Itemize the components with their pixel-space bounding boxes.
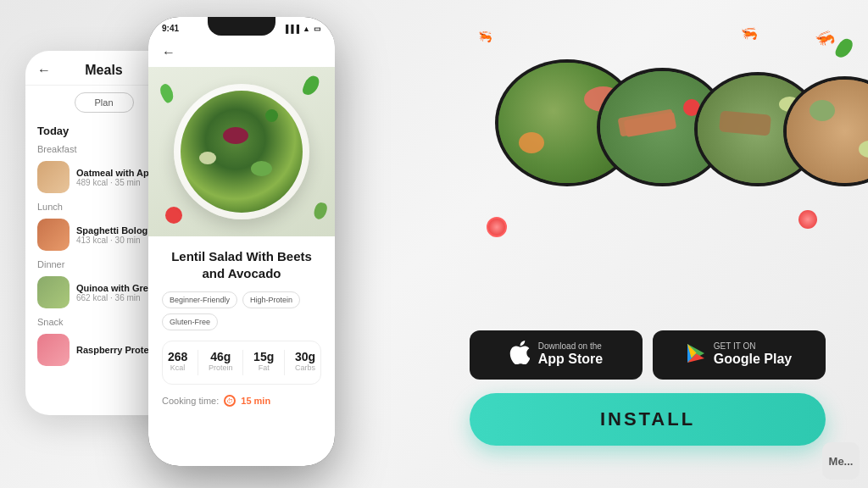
tomato-decoration [487,217,507,237]
cooking-time-value: 15 min [241,396,270,406]
front-phone: 9:41 ▐▐▐ ▲ ▭ ← [148,17,335,466]
app-store-button[interactable]: Download on the App Store [470,330,643,380]
signal-icon: ▐▐▐ [283,25,299,33]
status-time: 9:41 [162,24,179,33]
nutrition-row: 268 Kcal 46g Protein 15g Fat 30g Carbs [162,341,321,385]
battery-icon: ▭ [314,25,321,33]
play-icon [687,343,705,367]
avocado-element [251,161,272,176]
tags-row: Beginner-Friendly High-Protein Gluten-Fr… [162,291,321,330]
floating-tomato [165,207,182,224]
phone-content: ← Lentil Salad With Beets and Avocado Be… [148,36,335,466]
meal-thumbnail [37,219,70,251]
google-play-text: GET IT ON Google Play [714,342,792,367]
tag-beginner: Beginner-Friendly [162,291,237,308]
floating-leaf [313,202,329,221]
back-phone-title: Meals [85,63,122,78]
shrimp-icon: 🦐 [813,27,837,51]
floating-leaf [301,74,320,97]
google-play-button[interactable]: GET IT ON Google Play [653,330,826,380]
back-arrow-icon: ← [37,63,51,78]
leaf-decoration [834,36,855,61]
nutrition-divider [198,350,198,375]
tomato-decoration [798,210,817,229]
recipe-title: Lentil Salad With Beets and Avocado [162,248,321,281]
app-store-sub: Download on the [538,342,603,351]
app-store-text: Download on the App Store [538,342,603,367]
nutrition-kcal: 268 Kcal [168,350,187,375]
tag-protein: High-Protein [242,291,300,308]
install-label: INSTALL [600,408,695,430]
wifi-icon: ▲ [303,25,310,33]
plates-area: 🦐 🦐 🦐 [461,25,868,280]
nutrition-protein: 46g Protein [209,350,233,375]
cooking-time: Cooking time: ⏱ 15 min [162,395,321,407]
front-phone-header: ← [148,36,335,67]
cooking-time-label: Cooking time: [162,396,219,406]
floating-leaf [157,82,176,104]
beet-element [223,127,248,144]
recipe-card: Lentil Salad With Beets and Avocado Begi… [148,236,335,419]
nutrition-fat: 15g Fat [253,350,274,375]
food-image-area [148,67,335,236]
shrimp-icon: 🦐 [477,29,494,45]
nutrition-carbs: 30g Carbs [295,350,315,375]
meal-thumbnail [37,334,70,366]
plan-button[interactable]: Plan [75,92,134,113]
store-buttons: Download on the App Store GET IT ON Goog… [470,330,826,380]
salad-bowl [174,84,309,219]
google-play-main: Google Play [714,351,792,367]
nutrition-divider [242,350,243,375]
phone-notch [208,17,275,36]
cta-area: Download on the App Store GET IT ON Goog… [470,330,826,446]
plate-4 [783,76,868,186]
shrimp-icon: 🦐 [741,25,758,42]
front-back-arrow-icon[interactable]: ← [162,45,175,60]
status-icons: ▐▐▐ ▲ ▭ [283,25,321,33]
app-store-main: App Store [538,351,603,367]
apple-icon [509,341,530,369]
nutrition-divider [284,350,285,375]
install-button[interactable]: INSTALL [470,393,826,446]
clock-icon: ⏱ [224,395,236,407]
google-play-sub: GET IT ON [714,342,792,351]
meal-thumbnail [37,161,70,193]
me-badge[interactable]: Me... [822,442,860,480]
tag-gluten: Gluten-Free [162,313,218,330]
meal-thumbnail [37,276,70,308]
